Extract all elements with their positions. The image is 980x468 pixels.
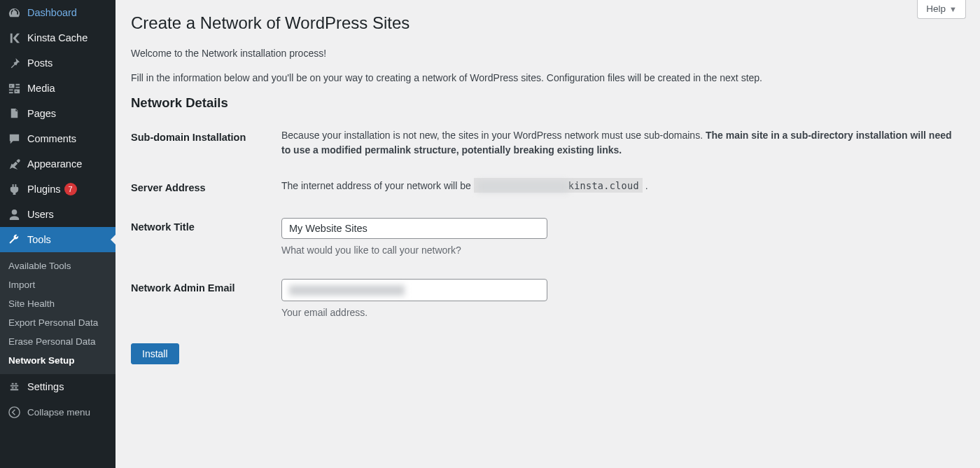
submenu-item-available-tools[interactable]: Available Tools <box>0 256 115 275</box>
redacted-domain <box>477 181 568 192</box>
subdomain-description: Because your installation is not new, th… <box>281 118 966 168</box>
help-label: Help <box>926 4 946 14</box>
users-icon <box>7 207 21 221</box>
network-title-help: What would you like to call your network… <box>281 243 959 258</box>
sidebar-item-label: Posts <box>27 57 52 69</box>
submenu-item-site-health[interactable]: Site Health <box>0 294 115 313</box>
collapse-menu-button[interactable]: Collapse menu <box>0 399 115 425</box>
sidebar-item-label: Settings <box>27 381 64 392</box>
collapse-icon <box>7 405 21 419</box>
intro-text-1: Welcome to the Network installation proc… <box>131 46 966 61</box>
sidebar-item-label: Appearance <box>27 158 82 170</box>
dashboard-icon <box>7 6 21 20</box>
plugins-icon <box>7 182 21 196</box>
media-icon <box>7 81 21 95</box>
pages-icon <box>7 106 21 121</box>
submenu-item-export-personal-data[interactable]: Export Personal Data <box>0 313 115 332</box>
collapse-label: Collapse menu <box>27 407 90 418</box>
network-title-label: Network Title <box>131 207 281 268</box>
redacted-email <box>289 285 405 296</box>
admin-sidebar: Dashboard Kinsta Cache Posts Media Pages… <box>0 0 115 468</box>
server-address-value: The internet address of your network wil… <box>281 168 966 207</box>
sidebar-item-label: Media <box>27 83 55 94</box>
help-tab[interactable]: Help ▼ <box>917 0 966 19</box>
sidebar-item-posts[interactable]: Posts <box>0 50 115 76</box>
sidebar-item-tools[interactable]: Tools <box>0 227 115 252</box>
page-title: Create a Network of WordPress Sites <box>131 6 966 36</box>
sidebar-item-label: Dashboard <box>27 7 77 18</box>
network-admin-email-input[interactable] <box>281 279 547 301</box>
network-title-input[interactable] <box>281 218 547 239</box>
sidebar-item-settings[interactable]: Settings <box>0 374 115 399</box>
network-details-table: Sub-domain Installation Because your ins… <box>131 118 966 331</box>
tools-icon <box>7 233 21 247</box>
sidebar-item-plugins[interactable]: Plugins 7 <box>0 177 115 202</box>
sidebar-item-kinsta-cache[interactable]: Kinsta Cache <box>0 25 115 50</box>
pin-icon <box>7 56 21 70</box>
chevron-down-icon: ▼ <box>949 5 957 13</box>
network-admin-email-help: Your email address. <box>281 305 959 320</box>
update-count-badge: 7 <box>64 183 77 195</box>
comments-icon <box>7 132 21 146</box>
sidebar-item-label: Kinsta Cache <box>27 32 88 43</box>
sidebar-item-label: Pages <box>27 108 56 119</box>
sidebar-item-label: Users <box>27 209 54 220</box>
network-admin-email-label: Network Admin Email <box>131 268 281 331</box>
appearance-icon <box>7 157 21 171</box>
intro-text-2: Fill in the information below and you'll… <box>131 71 966 85</box>
sidebar-item-media[interactable]: Media <box>0 76 115 101</box>
kinsta-icon <box>7 31 21 45</box>
settings-icon <box>7 380 21 394</box>
sidebar-item-label: Plugins <box>27 184 61 195</box>
submenu-item-erase-personal-data[interactable]: Erase Personal Data <box>0 332 115 351</box>
tools-submenu: Available Tools Import Site Health Expor… <box>0 252 115 374</box>
section-heading: Network Details <box>131 95 966 111</box>
sidebar-item-dashboard[interactable]: Dashboard <box>0 0 115 25</box>
subdomain-label: Sub-domain Installation <box>131 118 281 168</box>
sidebar-item-appearance[interactable]: Appearance <box>0 151 115 177</box>
submenu-item-import[interactable]: Import <box>0 275 115 294</box>
sidebar-item-comments[interactable]: Comments <box>0 126 115 151</box>
sidebar-item-users[interactable]: Users <box>0 202 115 227</box>
main-content: Help ▼ Create a Network of WordPress Sit… <box>115 0 980 468</box>
sidebar-item-label: Tools <box>27 234 51 245</box>
svg-point-0 <box>8 406 19 417</box>
sidebar-item-label: Comments <box>27 133 76 144</box>
install-button[interactable]: Install <box>131 343 179 364</box>
server-address-label: Server Address <box>131 168 281 207</box>
submenu-item-network-setup[interactable]: Network Setup <box>0 351 115 370</box>
sidebar-item-pages[interactable]: Pages <box>0 101 115 126</box>
